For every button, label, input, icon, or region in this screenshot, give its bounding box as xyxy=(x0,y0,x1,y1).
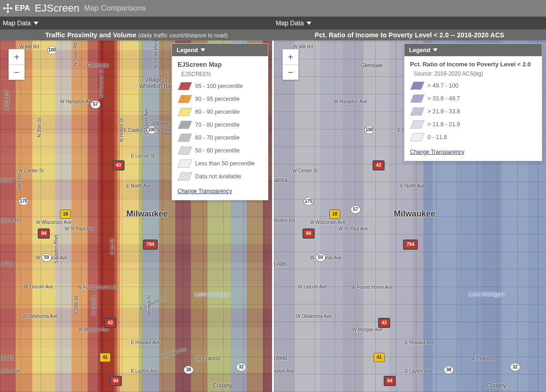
right-title-main: Pct. Ratio of Income to Poverty Level < … xyxy=(315,31,504,39)
app-section: Map Comparisons xyxy=(84,4,146,12)
legend-swatch xyxy=(410,82,424,90)
svg-point-1 xyxy=(7,4,9,6)
app-name: EJScreen xyxy=(35,2,79,14)
right-map-title: Pct. Ratio of Income to Poverty Level < … xyxy=(273,29,546,41)
legend-swatch xyxy=(410,107,424,116)
legend-label: > 21.9 - 33.8 xyxy=(427,108,460,115)
legend-subtitle: EJSCREEN xyxy=(181,71,262,77)
legend-label: > 49.7 - 100 xyxy=(427,82,458,89)
legend-row: 80 - 90 percentile xyxy=(179,108,261,116)
legend-swatch xyxy=(178,121,192,129)
epa-logo: EPA xyxy=(3,3,30,13)
legend-title: EJScreen Map xyxy=(178,61,262,68)
left-map[interactable]: Milwaukee Glendale Village of Whitefish … xyxy=(0,41,272,392)
legend-swatch xyxy=(410,133,424,141)
legend-toggle[interactable]: Legend xyxy=(404,44,542,56)
zoom-out-button[interactable]: − xyxy=(9,64,24,80)
legend-swatch xyxy=(410,94,424,103)
legend-swatch xyxy=(178,159,192,168)
legend-header-text: Legend xyxy=(409,47,430,53)
map-data-dropdown-right[interactable]: Map Data xyxy=(276,19,311,27)
chevron-down-icon xyxy=(307,22,311,25)
zoom-control: + − xyxy=(282,49,299,80)
legend-swatch xyxy=(178,108,192,116)
legend-subtitle: Source: 2016-2020 ACS(bg) xyxy=(414,70,536,77)
left-map-title: Traffic Proximity and Volume (daily traf… xyxy=(0,29,273,41)
legend-row: 60 - 70 percentile xyxy=(179,134,261,142)
legend-label: > 33.8 - 49.7 xyxy=(427,95,460,102)
app-header: EPA EJScreen Map Comparisons xyxy=(0,0,546,17)
legend-right: Legend Pct. Ratio of Income to Poverty L… xyxy=(404,43,542,161)
chevron-down-icon xyxy=(201,48,205,52)
left-title-main: Traffic Proximity and Volume xyxy=(45,31,136,39)
map-data-label: Map Data xyxy=(3,19,31,27)
svg-point-0 xyxy=(6,7,9,10)
legend-row: 90 - 95 percentile xyxy=(179,95,261,103)
left-title-sub: (daily traffic count/distance to road) xyxy=(138,32,228,39)
legend-toggle[interactable]: Legend xyxy=(172,44,268,56)
map-data-dropdown-left[interactable]: Map Data xyxy=(3,19,38,27)
legend-swatch xyxy=(178,134,192,142)
legend-label: 95 - 100 percentile xyxy=(195,83,243,89)
svg-point-4 xyxy=(10,7,12,9)
legend-left: Legend EJScreen Map EJSCREEN 95 - 100 pe… xyxy=(172,43,268,200)
zoom-out-button[interactable]: − xyxy=(283,64,298,80)
map-data-label: Map Data xyxy=(276,19,304,27)
legend-swatch xyxy=(178,95,192,103)
legend-title: Pct. Ratio of Income to Poverty Level < … xyxy=(410,61,536,68)
legend-swatch xyxy=(178,82,192,90)
legend-header-text: Legend xyxy=(177,47,198,53)
legend-row: Data not available xyxy=(179,172,261,181)
legend-swatch xyxy=(178,146,192,155)
legend-row: > 21.9 - 33.8 xyxy=(412,107,534,116)
legend-row: > 49.7 - 100 xyxy=(412,82,534,90)
right-map[interactable]: Milwaukee Glendale Whitefish Bay Village… xyxy=(272,41,546,392)
epa-flower-icon xyxy=(3,3,13,13)
legend-label: 80 - 90 percentile xyxy=(195,109,240,115)
legend-label: 0 - 11.6 xyxy=(427,134,447,140)
legend-label: 50 - 60 percentile xyxy=(195,147,240,154)
legend-label: > 11.6 - 21.9 xyxy=(427,121,460,128)
change-transparency-link[interactable]: Change Transparency xyxy=(178,188,232,194)
legend-items: > 49.7 - 100> 33.8 - 49.7> 21.9 - 33.8> … xyxy=(410,82,536,141)
legend-row: 0 - 11.6 xyxy=(412,133,534,141)
chevron-down-icon xyxy=(34,22,38,25)
legend-label: Data not available xyxy=(195,173,241,180)
legend-label: 90 - 95 percentile xyxy=(195,96,240,102)
chevron-down-icon xyxy=(433,48,438,52)
legend-row: 95 - 100 percentile xyxy=(179,82,261,90)
legend-row: Less than 50 percentile xyxy=(179,159,261,168)
change-transparency-link[interactable]: Change Transparency xyxy=(410,149,464,155)
legend-items: 95 - 100 percentile90 - 95 percentile80 … xyxy=(178,82,262,181)
map-data-bar: Map Data Map Data xyxy=(0,17,546,29)
legend-swatch xyxy=(410,120,424,129)
map-titles: Traffic Proximity and Volume (daily traf… xyxy=(0,29,546,41)
legend-row: 50 - 60 percentile xyxy=(179,146,261,155)
zoom-in-button[interactable]: + xyxy=(283,49,298,64)
legend-label: 70 - 80 percentile xyxy=(195,122,240,128)
svg-point-3 xyxy=(3,7,6,9)
legend-row: > 33.8 - 49.7 xyxy=(412,94,534,103)
legend-row: 70 - 80 percentile xyxy=(179,121,261,129)
epa-text: EPA xyxy=(15,4,30,12)
zoom-in-button[interactable]: + xyxy=(9,49,24,64)
zoom-control: + − xyxy=(8,49,25,80)
legend-label: Less than 50 percentile xyxy=(195,160,255,167)
legend-row: > 11.6 - 21.9 xyxy=(412,120,534,129)
legend-swatch xyxy=(178,172,192,181)
svg-point-2 xyxy=(7,10,9,13)
legend-label: 60 - 70 percentile xyxy=(195,135,240,141)
